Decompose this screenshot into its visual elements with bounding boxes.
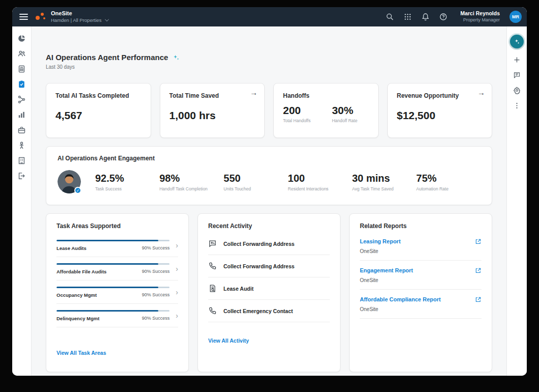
progress-bar: [56, 310, 169, 312]
ai-assistant-fab[interactable]: [510, 35, 524, 48]
view-all-task-areas-link[interactable]: View All Task Areas: [56, 350, 106, 356]
date-range-label: Last 30 days: [46, 64, 492, 70]
stat-avg-time-saved: 30 mins Avg Task Time Saved: [352, 173, 416, 191]
stat-handoff-completion: 98% Handoff Task Completion: [159, 173, 223, 191]
search-icon[interactable]: [386, 13, 394, 21]
stat-caption: Task Success: [95, 186, 159, 191]
kpi-caption: Handoff Rate: [332, 118, 357, 123]
agent-avatar: ✓: [58, 170, 81, 193]
chevron-down-icon[interactable]: [105, 17, 109, 21]
top-bar: OneSite Hamden | All Properties Marci Re…: [12, 7, 527, 26]
bottom-cards-row: Task Areas Supported Lease Audits 90% Su…: [46, 213, 492, 372]
task-area-label: Occupancy Mgmt: [56, 292, 97, 298]
task-area-label: Delinquency Mgmt: [56, 316, 99, 321]
chevron-right-icon[interactable]: ›: [176, 241, 178, 249]
user-role: Property Manager: [460, 17, 500, 23]
nav-exit-icon[interactable]: [17, 172, 26, 180]
kpi-value: 4,567: [55, 109, 141, 122]
kpi-handoffs-card: Handoffs 200 Total Handoffs 30% Handoff …: [273, 83, 379, 138]
user-info: Marci Reynolds Property Manager: [460, 10, 500, 23]
user-avatar[interactable]: MR: [509, 11, 522, 23]
bell-icon[interactable]: [421, 13, 430, 21]
chevron-right-icon[interactable]: ›: [176, 288, 178, 296]
nav-briefcase-icon[interactable]: [17, 126, 26, 134]
progress-bar: [56, 287, 169, 288]
property-context-label: Hamden | All Properties: [51, 17, 102, 23]
activity-row[interactable]: Collect Forwarding Address: [208, 233, 330, 255]
task-area-row[interactable]: Affordable File Audits 90% Success ›: [56, 257, 178, 281]
arrow-right-icon[interactable]: →: [250, 88, 258, 97]
right-utility-rail: [506, 26, 527, 376]
nav-people-icon[interactable]: [17, 49, 26, 58]
app-grid-icon[interactable]: [404, 13, 412, 21]
user-name: Marci Reynolds: [460, 10, 500, 17]
kpi-value: $12,500: [397, 109, 483, 122]
kpi-value: 200: [283, 104, 310, 117]
lease-audit-document-icon: [208, 284, 217, 293]
realpage-logo: [35, 11, 46, 22]
nav-calculator-icon[interactable]: [17, 65, 26, 73]
activity-row[interactable]: Lease Audit: [208, 277, 330, 300]
engagement-title: AI Operations Agent Engagement: [58, 155, 480, 162]
task-area-success: 90% Success: [142, 269, 170, 274]
stat-caption: Handoff Task Completion: [159, 186, 223, 191]
related-reports-title: Related Reports: [360, 222, 481, 230]
progress-bar: [56, 240, 169, 241]
phone-icon: [208, 306, 217, 315]
kpi-title: Total Time Saved: [169, 92, 256, 99]
chevron-right-icon[interactable]: ›: [176, 312, 178, 320]
kpi-title: Revenue Opportunity: [397, 92, 483, 99]
stat-value: 98%: [159, 173, 223, 184]
activity-row[interactable]: Collect Emergency Contact: [208, 300, 330, 322]
property-context-switcher[interactable]: OneSite Hamden | All Properties: [51, 10, 109, 23]
nav-workflow-icon[interactable]: [17, 95, 26, 104]
activity-label: Lease Audit: [223, 286, 253, 292]
report-source: OneSite: [360, 306, 481, 312]
nav-tasks-clipboard-icon[interactable]: [17, 80, 26, 89]
app-name: OneSite: [51, 10, 109, 17]
activity-row[interactable]: Collect Forwarding Address: [208, 255, 330, 277]
kebab-menu-icon[interactable]: [513, 102, 521, 109]
task-area-success: 90% Success: [142, 245, 170, 251]
stat-resident-interactions: 100 Resident Interactions: [288, 173, 352, 191]
external-link-icon[interactable]: [475, 238, 481, 245]
stat-value: 75%: [416, 173, 480, 184]
report-link[interactable]: Engagement Report: [360, 267, 413, 273]
related-reports-card: Related Reports Leasing Report OneSite: [349, 213, 492, 372]
kpi-value: 30%: [332, 104, 357, 117]
nav-pie-chart-icon[interactable]: [17, 34, 26, 43]
task-area-label: Affordable File Audits: [56, 269, 106, 274]
stat-caption: Resident Interactions: [288, 186, 352, 191]
activity-label: Collect Forwarding Address: [223, 241, 295, 247]
external-link-icon[interactable]: [475, 296, 481, 303]
task-areas-card: Task Areas Supported Lease Audits 90% Su…: [46, 213, 189, 372]
nav-person-icon[interactable]: [17, 141, 26, 150]
report-link[interactable]: Leasing Report: [360, 238, 401, 244]
task-area-success: 90% Success: [142, 292, 170, 298]
report-link[interactable]: Affordable Compliance Report: [360, 296, 441, 302]
stat-task-success: 92.5% Task Success: [95, 173, 159, 191]
plus-icon[interactable]: [513, 56, 521, 64]
stat-automation-rate: 75% Automation Rate: [416, 173, 480, 191]
task-area-row[interactable]: Occupancy Mgmt 90% Success ›: [56, 281, 178, 304]
ai-sparkle-icon: [172, 53, 180, 62]
external-link-icon[interactable]: [475, 267, 481, 274]
arrow-right-icon[interactable]: →: [477, 88, 485, 97]
chevron-right-icon[interactable]: ›: [176, 265, 178, 273]
recent-activity-card: Recent Activity Collect Forwarding Addre…: [197, 213, 341, 372]
report-row: Engagement Report OneSite: [360, 261, 481, 290]
kpi-title: Total AI Tasks Completed: [55, 92, 141, 99]
view-all-activity-link[interactable]: View All Activity: [208, 338, 249, 344]
gear-icon[interactable]: [513, 87, 521, 94]
report-row: Leasing Report OneSite: [360, 232, 481, 261]
task-area-row[interactable]: Delinquency Mgmt 90% Success ›: [56, 304, 178, 327]
hamburger-menu-icon[interactable]: [19, 12, 28, 21]
nav-building-icon[interactable]: [17, 156, 26, 165]
kpi-caption: Total Handoffs: [283, 118, 310, 123]
chat-icon[interactable]: [513, 71, 521, 79]
help-icon[interactable]: [439, 13, 447, 21]
task-area-row[interactable]: Lease Audits 90% Success ›: [56, 234, 178, 257]
nav-bar-chart-icon[interactable]: [17, 110, 26, 119]
kpi-total-tasks-card: Total AI Tasks Completed 4,567: [46, 83, 151, 138]
report-source: OneSite: [360, 248, 481, 254]
